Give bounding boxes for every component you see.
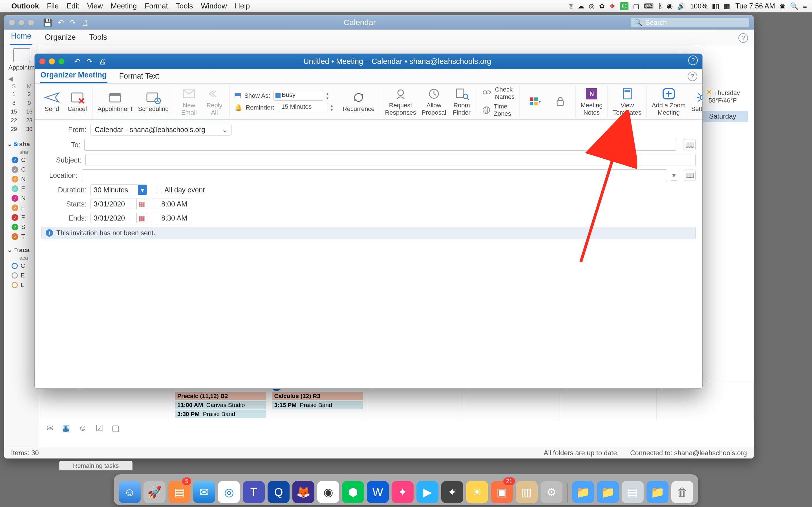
zoom-settings-button[interactable]: Settings xyxy=(691,91,703,112)
cal-day[interactable]: 29 xyxy=(6,125,21,133)
safari-icon[interactable]: ◎ xyxy=(218,481,240,503)
event[interactable]: 3:15 PM Praise Band xyxy=(272,401,363,409)
cal-day[interactable]: 1 xyxy=(6,90,21,98)
stepper-up-icon[interactable]: ▴ xyxy=(331,103,337,107)
to-input[interactable] xyxy=(84,139,676,151)
airplay-icon[interactable]: ▢ xyxy=(633,2,640,10)
event-allday[interactable]: Precalc (11,12) B2 xyxy=(175,392,266,400)
allday-checkbox[interactable]: All day event xyxy=(156,186,205,194)
tab-tools[interactable]: Tools xyxy=(88,33,108,45)
tab-format-text[interactable]: Format Text xyxy=(119,72,160,83)
room-picker-button[interactable]: 📖 xyxy=(684,170,696,181)
reply-all-button[interactable]: Reply All xyxy=(204,87,224,116)
menu-help[interactable]: Help xyxy=(235,2,250,10)
menu-file[interactable]: File xyxy=(47,2,59,10)
finder-icon[interactable]: ☺︎ xyxy=(119,481,141,503)
undo-icon[interactable]: ↶ xyxy=(58,18,64,27)
wifi-icon[interactable]: ◉ xyxy=(667,2,673,10)
menu-meeting[interactable]: Meeting xyxy=(111,2,137,10)
location-dropdown-icon[interactable]: ▾ xyxy=(671,170,677,180)
mail-icon[interactable]: ✉︎ xyxy=(47,423,54,433)
sync-icon[interactable]: ◎ xyxy=(589,2,595,10)
event[interactable]: 11:00 AM Canvas Studio xyxy=(175,401,266,409)
calendar-icon[interactable]: ▦ xyxy=(62,423,70,433)
keyboard-icon[interactable]: ⌨︎ xyxy=(644,2,654,10)
location-input[interactable] xyxy=(82,169,667,181)
calendar-item[interactable]: C xyxy=(21,166,26,173)
app-icon[interactable]: ▥ xyxy=(516,481,538,503)
calendar-item[interactable]: E xyxy=(20,272,25,279)
help-icon[interactable]: ? xyxy=(688,55,698,65)
event-allday[interactable]: Calculus (12) R3 xyxy=(272,392,363,400)
todo-icon[interactable]: ▤5 xyxy=(168,481,190,503)
calendar-item[interactable]: F xyxy=(21,185,25,192)
calendar-item[interactable]: N xyxy=(21,175,26,183)
app-icon[interactable]: ▣21 xyxy=(491,481,513,503)
battery-icon[interactable]: ▮▯ xyxy=(712,2,719,10)
siri-icon[interactable]: ◉ xyxy=(779,2,785,10)
status-icon[interactable]: C xyxy=(620,2,628,10)
ends-date-input[interactable]: 3/31/2020▦ xyxy=(91,213,147,223)
menu-edit[interactable]: Edit xyxy=(66,2,79,10)
tab-organizer-meeting[interactable]: Organizer Meeting xyxy=(40,71,107,83)
calendar-color-icon[interactable]: ✓ xyxy=(11,233,18,240)
app-icon[interactable]: ☀︎ xyxy=(466,481,488,503)
stepper-down-icon[interactable]: ▾ xyxy=(331,108,337,112)
calendar-color-icon[interactable]: ✓ xyxy=(11,214,18,221)
cloud-icon[interactable]: ☁︎ xyxy=(577,2,584,10)
status-icon[interactable]: ⎚ xyxy=(569,2,573,10)
prev-icon[interactable]: ◀ xyxy=(8,75,13,82)
address-book-button[interactable]: 📖 xyxy=(683,139,696,151)
calendar-color-icon[interactable]: ✓ xyxy=(11,176,18,182)
event[interactable]: 3:30 PM Praise Band xyxy=(175,410,266,418)
minimize-icon[interactable] xyxy=(18,19,24,25)
redo-icon[interactable]: ↷ xyxy=(87,57,93,66)
showas-select[interactable]: Busy xyxy=(273,91,323,101)
allow-proposal-button[interactable]: Allow Proposal xyxy=(422,87,446,116)
calendar-color-icon[interactable]: ✓ xyxy=(11,195,18,202)
categorize-button[interactable]: ▾ xyxy=(525,95,545,108)
menubar-clock[interactable]: Tue 7:56 AM xyxy=(735,2,775,10)
calendar-item[interactable]: T xyxy=(21,233,25,240)
stepper-down-icon[interactable]: ▾ xyxy=(326,96,333,100)
tab-home[interactable]: Home xyxy=(10,32,33,45)
calgroup-check[interactable] xyxy=(14,143,17,146)
notifications-icon[interactable]: ≡ xyxy=(803,2,807,10)
close-icon[interactable] xyxy=(39,58,45,64)
tasks-icon[interactable]: ☑︎ xyxy=(96,423,103,433)
calendar-item[interactable]: C xyxy=(20,262,25,270)
calendar-color-icon[interactable]: ✓ xyxy=(11,157,18,163)
cal-day[interactable]: 8 xyxy=(6,99,21,107)
stepper-up-icon[interactable]: ▴ xyxy=(326,92,333,96)
status-icon[interactable]: ✿ xyxy=(599,2,605,10)
calgroup[interactable]: ⌄aca xyxy=(6,245,37,255)
status-icon[interactable]: ❖ xyxy=(609,2,615,10)
word-icon[interactable]: W xyxy=(367,481,389,503)
help-icon[interactable]: ? xyxy=(688,71,697,81)
zoom-icon[interactable] xyxy=(58,58,64,64)
menu-view[interactable]: View xyxy=(87,2,103,10)
appointment-button[interactable]: Appointment xyxy=(98,91,133,112)
calendar-color-icon[interactable]: ✓ xyxy=(11,205,18,211)
undo-icon[interactable]: ↶ xyxy=(74,57,80,66)
calendar-item[interactable]: L xyxy=(20,281,24,289)
cancel-button[interactable]: Cancel xyxy=(67,91,87,112)
cal-day[interactable]: 15 xyxy=(6,108,21,116)
chrome-icon[interactable]: ◉ xyxy=(317,481,339,503)
drive-icon[interactable]: ⬢ xyxy=(342,481,364,503)
app-icon[interactable]: ▤ xyxy=(622,481,644,503)
private-button[interactable] xyxy=(550,95,570,108)
folder-icon[interactable]: 📁 xyxy=(572,481,594,503)
zoom-icon[interactable] xyxy=(28,19,34,25)
print-icon[interactable]: 🖨︎ xyxy=(99,57,106,66)
calendar-color-icon[interactable]: ✓ xyxy=(11,166,18,173)
starts-time-input[interactable]: 8:00 AM xyxy=(151,199,190,209)
menubar-app-name[interactable]: Outlook xyxy=(11,2,39,10)
volume-icon[interactable]: 🔊 xyxy=(677,2,686,10)
zoom-icon[interactable]: ▶ xyxy=(416,481,439,503)
reminder-select[interactable]: 15 Minutes xyxy=(278,103,327,112)
mini-calendar[interactable]: SM 12 89 1516 2223 2930 xyxy=(6,82,37,134)
subject-input[interactable] xyxy=(86,154,696,166)
send-button[interactable]: Send xyxy=(42,91,62,112)
teams-icon[interactable]: T xyxy=(243,481,265,503)
